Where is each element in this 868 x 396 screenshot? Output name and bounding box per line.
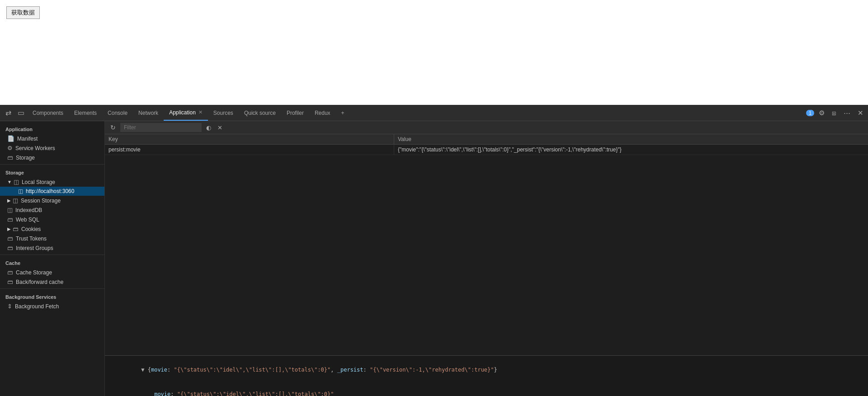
tab-quicksource[interactable]: Quick source <box>239 105 281 121</box>
cancel-filter-button[interactable]: ✕ <box>216 123 224 132</box>
localstorage-db-icon: ◫ <box>14 179 19 185</box>
sidebar-item-cookies[interactable]: ▶ 🗃 Cookies <box>0 224 104 234</box>
sidebar-item-indexeddb[interactable]: ◫ IndexedDB <box>0 205 104 215</box>
tab-sources[interactable]: Sources <box>208 105 239 121</box>
sidebar-divider-3 <box>0 288 104 289</box>
tab-console[interactable]: Console <box>102 105 133 121</box>
filter-input[interactable] <box>120 123 202 132</box>
table-cell-key: persist:movie <box>105 145 394 155</box>
preview-line-2: movie: "{\"status\":\"idel\",\"list\":[]… <box>108 382 864 396</box>
sidebar-item-localhost[interactable]: ◫ http://localhost:3060 <box>0 187 104 196</box>
settings-icon[interactable]: ⚙ <box>816 107 827 119</box>
sidebar-storage-header: Storage <box>0 166 104 177</box>
table-row[interactable]: persist:movie {"movie":"{\"status\":\"id… <box>105 145 868 155</box>
sidebar-item-storage[interactable]: 🗃 Storage <box>0 153 104 162</box>
tabs-bar: ⇄ ▭ Components Elements Console Network … <box>0 105 868 121</box>
close-devtools-icon[interactable]: ✕ <box>855 107 866 119</box>
storage-icon: 🗃 <box>7 154 13 161</box>
background-fetch-icon: ⇕ <box>7 303 12 310</box>
sidebar-item-service-workers[interactable]: ⚙ Service Workers <box>0 143 104 153</box>
tab-add[interactable]: + <box>336 105 350 121</box>
column-value-header: Value <box>394 134 868 144</box>
tab-network[interactable]: Network <box>133 105 164 121</box>
sidebar-item-background-fetch[interactable]: ⇕ Background Fetch <box>0 302 104 311</box>
manifest-icon: 📄 <box>7 135 14 142</box>
top-area: 获取数据 <box>0 0 868 105</box>
preview-line-1: ▼ {movie: "{\"status\":\"idel\",\"list\"… <box>108 358 864 382</box>
sidebar-item-manifest[interactable]: 📄 Manifest <box>0 134 104 143</box>
trust-tokens-icon: 🗃 <box>7 235 13 242</box>
sidebar-cache-header: Cache <box>0 257 104 268</box>
devtools-panel: ⇄ ▭ Components Elements Console Network … <box>0 105 868 396</box>
tabs-right: 1 ⚙ ⧆ ⋯ ✕ <box>806 107 866 119</box>
cache-storage-icon: 🗃 <box>7 269 13 276</box>
indexeddb-icon: ◫ <box>7 207 13 213</box>
more-icon[interactable]: ⋯ <box>841 107 853 119</box>
detach-icon[interactable]: ▭ <box>14 107 27 119</box>
storage-table: Key Value persist:movie {"movie":"{\"sta… <box>105 134 868 355</box>
tab-application[interactable]: Application ✕ <box>164 105 208 121</box>
interest-groups-icon: 🗃 <box>7 245 13 251</box>
tab-redux[interactable]: Redux <box>309 105 336 121</box>
localstorage-expand-icon[interactable]: ▼ <box>7 179 12 184</box>
notification-badge: 1 <box>806 110 814 116</box>
sidebar-application-header: Application <box>0 123 104 134</box>
back-forward-icon[interactable]: ⇄ <box>2 107 14 119</box>
table-cell-value: {"movie":"{\"status\":\"idel\",\"list\":… <box>394 145 868 155</box>
localhost-db-icon: ◫ <box>18 188 23 194</box>
refresh-button[interactable]: ↻ <box>108 123 118 132</box>
table-header: Key Value <box>105 134 868 145</box>
sidebar-item-backforward-cache[interactable]: 🗃 Back/forward cache <box>0 277 104 287</box>
sidebar-item-trust-tokens[interactable]: 🗃 Trust Tokens <box>0 234 104 243</box>
cookies-expand-icon[interactable]: ▶ <box>7 226 11 231</box>
sessionstorage-expand-icon[interactable]: ▶ <box>7 198 11 203</box>
toolbar: ↻ ◐ ✕ <box>105 121 868 134</box>
backforward-cache-icon: 🗃 <box>7 278 13 285</box>
clear-filter-button[interactable]: ◐ <box>204 123 213 132</box>
tab-elements[interactable]: Elements <box>69 105 102 121</box>
cookies-icon: 🗃 <box>13 226 19 232</box>
sidebar-item-interest-groups[interactable]: 🗃 Interest Groups <box>0 243 104 253</box>
sidebar-item-sessionstorage[interactable]: ▶ ◫ Session Storage <box>0 196 104 205</box>
column-key-header: Key <box>105 134 394 144</box>
sidebar: Application 📄 Manifest ⚙ Service Workers… <box>0 121 105 396</box>
sessionstorage-db-icon: ◫ <box>13 197 18 204</box>
dock-icon[interactable]: ⧆ <box>829 107 839 119</box>
sidebar-divider-2 <box>0 255 104 255</box>
fetch-button[interactable]: 获取数据 <box>6 6 40 19</box>
tab-components[interactable]: Components <box>27 105 69 121</box>
main-panel: ↻ ◐ ✕ Key Value persist:movie {"movie":"… <box>105 121 868 396</box>
sidebar-item-websql[interactable]: 🗃 Web SQL <box>0 215 104 224</box>
sidebar-item-localstorage[interactable]: ▼ ◫ Local Storage <box>0 177 104 187</box>
sidebar-bgservices-header: Background Services <box>0 291 104 302</box>
main-content: Application 📄 Manifest ⚙ Service Workers… <box>0 121 868 396</box>
bottom-preview: ▼ {movie: "{\"status\":\"idel\",\"list\"… <box>105 355 868 396</box>
sidebar-item-cache-storage[interactable]: 🗃 Cache Storage <box>0 268 104 277</box>
tab-application-close[interactable]: ✕ <box>198 109 203 115</box>
tab-profiler[interactable]: Profiler <box>281 105 309 121</box>
sidebar-divider-1 <box>0 164 104 165</box>
service-workers-icon: ⚙ <box>7 145 13 151</box>
websql-icon: 🗃 <box>7 216 13 223</box>
